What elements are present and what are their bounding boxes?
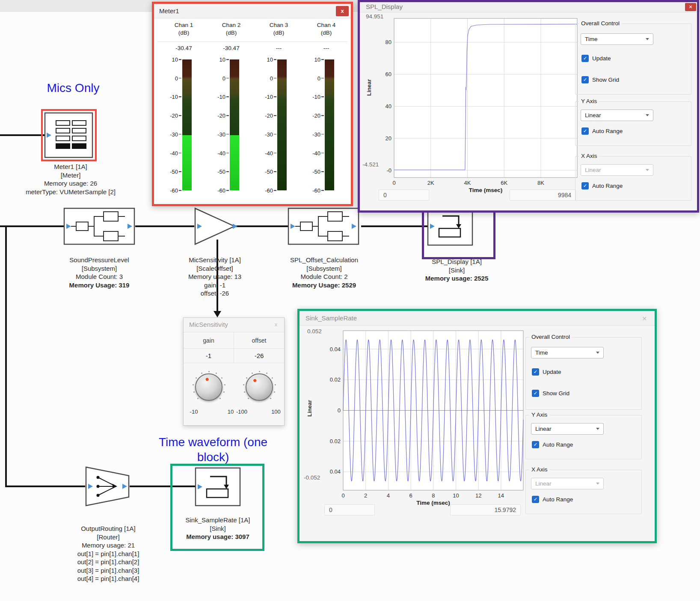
offset-column-label: offset [234,332,284,348]
label-line: out[1] = pin[1].chan[1] [59,550,157,558]
show-grid-checkbox-label: Show Grid [592,77,619,83]
sink-samplerate-plot[interactable]: 024681012140.040.0200.020.04Time (msec) [317,327,543,520]
y-auto-range-checkbox[interactable]: ✓ Auto Range [532,441,573,448]
gain-value: -1 [184,349,234,363]
wire-spl-to-micsensitivity [135,225,194,227]
soundpressurelevel-block-label: SoundPressureLevel [Subsystem] Module Co… [56,256,142,289]
sink-samplerate-window-titlebar[interactable]: Sink_SampleRate ✕ [300,311,655,326]
channel-name: Chan 1 [160,22,208,28]
time-dropdown[interactable]: Time [531,347,604,358]
output-pin-icon [233,224,237,229]
show-grid-checkbox-label: Show Grid [543,390,569,397]
svg-text:0: 0 [341,492,344,499]
offset-knob[interactable] [246,373,273,401]
x-end-field: 9984 [510,189,576,201]
label-line: Module Count: 2 [276,272,372,281]
close-icon[interactable]: ✕ [640,314,649,323]
update-checkbox[interactable]: ✓ Update [532,368,561,376]
svg-text:40: 40 [386,103,392,110]
wire-vertical-branch [5,225,7,487]
spl-display-plot[interactable]: 02K4K6K8K80604020-0Time (msec) [364,15,582,207]
meter-bar [277,59,287,190]
x-scale-dropdown[interactable]: Linear [531,478,604,489]
y-axis-group: Y Axis Linear ✓ Auto Range [575,101,691,146]
group-label: Y Axis [579,98,599,104]
svg-text:0: 0 [392,180,395,186]
label-line: Memory usage: 21 [59,541,157,550]
knob-indicator-dot [205,378,208,381]
y-scale-dropdown[interactable]: Linear [531,423,604,435]
y-auto-range-checkbox[interactable]: ✓ Auto Range [581,127,623,135]
meter-bar [182,59,192,190]
knob-value-row: -1 -26 [184,349,284,363]
spl-display-window-titlebar[interactable]: SPL_Display ✕ [360,2,697,12]
channel-value: -30.47 [208,45,255,51]
app-canvas: Mics Only Time waveform (one block) Mete… [0,0,700,601]
checkbox-checked-icon: ✓ [581,55,589,62]
time-waveform-annotation: Time waveform (one block) [144,435,282,465]
checkbox-checked-icon: ✓ [581,127,589,135]
channel-value: -30.47 [160,45,208,51]
close-icon[interactable]: ✕ [685,3,696,11]
spl-offset-calculation-block[interactable] [288,207,359,245]
svg-text:2: 2 [364,492,367,499]
label-line: [Router] [59,533,157,542]
meter-bar-background [325,59,334,190]
label-line: Memory Usage: 2529 [276,281,372,290]
meter1-window: Meter1 x Chan 1 (dB) -30.47 100-10-20-30… [152,2,353,206]
gain-knob[interactable] [195,373,222,401]
knob-arm [241,369,277,405]
show-grid-checkbox[interactable]: ✓ Show Grid [532,390,569,397]
meter-channel-3: Chan 3 (dB) --- 100-10-20-30-40-50-60 [255,18,303,204]
svg-text:12: 12 [475,492,481,499]
meter-area: 100-10-20-30-40-50-60 [255,59,303,190]
x-auto-range-checkbox[interactable]: ✓ Auto Range [581,182,623,189]
x-auto-range-checkbox[interactable]: ✓ Auto Range [532,496,573,503]
svg-text:2K: 2K [427,180,434,186]
svg-text:Time (msec): Time (msec) [416,500,450,506]
meter-channel-2: Chan 2 (dB) -30.47 100-10-20-30-40-50-60 [208,18,255,204]
time-dropdown[interactable]: Time [581,33,653,45]
micsensitivity-window-titlebar[interactable]: MicSensitivity x [184,318,284,332]
label-line: MicSensitivity [1A] [169,256,260,264]
update-checkbox[interactable]: ✓ Update [581,55,611,62]
svg-text:0.04: 0.04 [330,346,341,352]
svg-text:6K: 6K [501,180,507,186]
x-scale-dropdown[interactable]: Linear [581,164,653,176]
close-icon[interactable]: x [336,6,349,16]
show-grid-checkbox[interactable]: ✓ Show Grid [581,76,619,83]
checkbox-checked-icon: ✓ [581,182,589,189]
meter-area: 100-10-20-30-40-50-60 [160,59,208,190]
y-scale-dropdown[interactable]: Linear [581,110,653,121]
sink-samplerate-block[interactable] [195,467,241,506]
close-icon[interactable]: x [272,321,280,329]
y-axis-group: Y Axis Linear ✓ Auto Range [525,415,642,459]
meter1-block[interactable] [44,112,93,158]
update-checkbox-label: Update [592,55,611,62]
meter-bar-background [277,59,287,190]
y-scale-dropdown-value: Linear [535,426,552,432]
meter1-window-titlebar[interactable]: Meter1 x [154,4,351,18]
window-title: Sink_SampleRate [306,314,357,322]
label-line: Memory Usage: 319 [56,281,142,290]
label-line: [Subsystem] [56,264,142,273]
wire-to-outputrouting [5,486,85,487]
svg-text:8K: 8K [537,180,544,186]
group-label: Overall Control [529,334,572,340]
meter-scale: 100-10-20-30-40-50-60 [210,59,225,190]
micsensitivity-block[interactable] [193,206,238,247]
knob-face [246,373,273,401]
offset-min-label: -100 [234,409,249,415]
svg-text:0.02: 0.02 [330,376,341,383]
outputrouting-block[interactable] [84,465,131,507]
wire-offset-to-spldisplay [361,225,428,227]
checkbox-checked-icon: ✓ [532,441,539,448]
channel-name: Chan 2 [208,22,255,28]
gain-column-label: gain [184,332,234,348]
channel-unit: (dB) [160,30,208,36]
svg-text:6: 6 [409,492,412,499]
x-start-field: 0 [324,504,375,515]
label-line: Memory usage: 26 [17,179,124,188]
soundpressurelevel-block[interactable] [63,207,135,245]
time-dropdown-value: Time [585,36,598,42]
